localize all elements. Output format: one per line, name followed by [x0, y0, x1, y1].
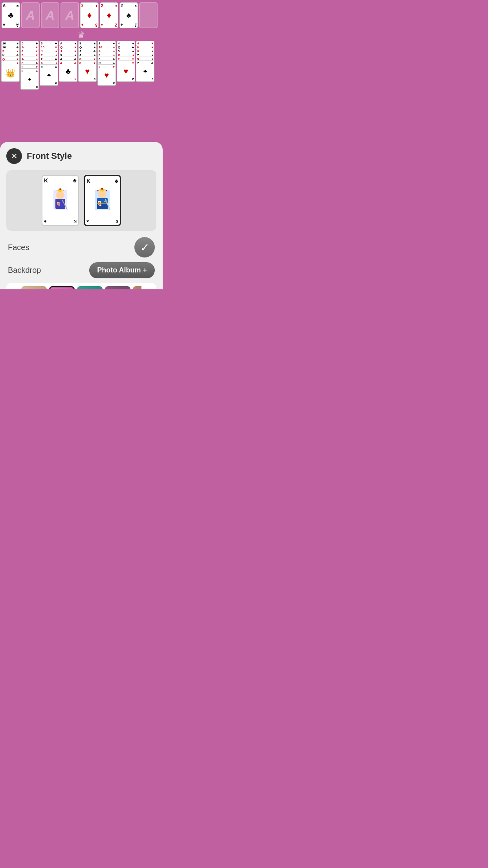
card-suit-classic: ♣	[73, 177, 77, 184]
close-icon: ✕	[11, 151, 18, 161]
table-row[interactable]: 2♥ ♥ 2	[97, 64, 116, 86]
backdrop-row: Backdrop Photo Album +	[6, 262, 156, 278]
backdrop-swatch-brown[interactable]	[133, 286, 141, 289]
faces-row: Faces ✓	[6, 237, 156, 257]
table-row[interactable]: ♦ 👑	[1, 61, 20, 82]
tableau-col-4: A♠ Q♥ J♥ 3♠ 4♣ 4♣ ♣ 4	[59, 41, 77, 90]
backdrop-label: Backdrop	[8, 266, 41, 275]
modal-overlay: ✕ Front Style K ♣	[0, 140, 163, 289]
foundation-placeholder-1: A	[21, 2, 40, 28]
table-row[interactable]: 7♣ ♣ 7	[136, 61, 154, 82]
table-row[interactable]: 9♣ ♣ 9	[40, 64, 58, 86]
card-style-classic[interactable]: K ♣	[42, 175, 79, 226]
tableau-col-3: 3♣ 10♥ J♦ 7♦ 2♣ 6♦ 9♣ ♣ 9	[40, 41, 58, 90]
card-center: ♠	[121, 8, 137, 23]
card-bottom: 2♦	[101, 23, 117, 27]
backdrop-swatch-pink[interactable]	[49, 286, 75, 289]
backdrop-swatch-teal[interactable]	[77, 286, 103, 289]
tableau-col-6: 6♠ 10♦ 4♦ 9♦ 6♣ K♠ 2♥ ♥ 2	[97, 41, 116, 90]
table-row[interactable]: 4♣ ♣ 4	[59, 61, 77, 82]
placeholder-letter: A	[46, 8, 55, 23]
tableau-col-7: 4♠ Q♣ 5♠ K♦ 7♥ ♥ ♥ 2	[117, 41, 135, 90]
foundation-placeholder-4	[139, 2, 158, 28]
faces-label: Faces	[8, 243, 29, 252]
faces-checkmark-button[interactable]: ✓	[134, 237, 155, 257]
close-button[interactable]: ✕	[6, 148, 22, 164]
svg-point-14	[106, 190, 107, 191]
card-rank-classic: K	[44, 177, 48, 184]
backdrop-swatches-container	[21, 286, 141, 289]
card-rank: A	[3, 4, 6, 8]
game-area: A ♣ ♣ A♣ A A A 3♦ ♦ 3♦	[0, 0, 163, 142]
tableau-area: 10♠ 10♣ 5♥ K♣ Q♦ ♦ 👑 5♣ A♥ 6♥ 3♥ A♦ 8♣ 9…	[0, 41, 163, 90]
tableau-col-5: 9♠ Q♠ J♣ J♠ 8♥ 8♥ ♥ 8	[78, 41, 97, 90]
foundation-card-1: A ♣ ♣ A♣	[2, 2, 20, 28]
card-style-modern[interactable]: K ♣	[84, 175, 121, 226]
card-bottom: A♣	[3, 23, 19, 27]
card-bottom: 3♦	[81, 23, 97, 27]
table-row[interactable]: 8♠ ♠ 8	[20, 68, 39, 90]
checkmark-icon: ✓	[140, 241, 149, 254]
backdrop-swatch-tan[interactable]	[21, 286, 47, 289]
card-center: ♣	[3, 8, 19, 23]
card-center: ♦	[101, 8, 117, 23]
crown-icon: ♛	[0, 29, 163, 41]
card-bottom-classic: K♣	[44, 219, 77, 224]
table-row[interactable]: 8♥ ♥ 8	[78, 61, 97, 82]
photo-album-label: Photo Album +	[97, 266, 147, 274]
backdrop-selector: ◀ ▶	[6, 283, 156, 289]
foundation-placeholder-3: A	[61, 2, 79, 28]
card-suit: ♣	[16, 4, 19, 8]
table-row[interactable]: ♥ ♥ 2	[117, 61, 135, 82]
svg-point-13	[97, 190, 99, 191]
placeholder-letter: A	[65, 8, 74, 23]
card-rank-modern: K	[86, 178, 90, 184]
modal-title: Front Style	[27, 151, 72, 161]
foundation-card-6: 2♦ ♦ 2♦	[100, 2, 118, 28]
svg-rect-16	[104, 201, 107, 202]
card-suit-modern: ♣	[115, 178, 118, 184]
tableau-col-2: 5♣ A♥ 6♥ 3♥ A♦ 8♣ 9♥ 8♠ ♠ 8	[20, 41, 39, 90]
front-style-panel: ✕ Front Style K ♣	[0, 142, 163, 289]
foundation-placeholder-2: A	[41, 2, 59, 28]
backdrop-swatch-purple[interactable]	[105, 286, 130, 289]
svg-rect-18	[97, 203, 108, 204]
card-bottom: 2♠	[121, 23, 137, 27]
card-center: ♦	[81, 8, 97, 23]
modal-header: ✕ Front Style	[6, 148, 156, 164]
card-style-selector: K ♣	[6, 170, 156, 231]
photo-album-button[interactable]: Photo Album +	[89, 262, 155, 278]
card-figure-modern	[86, 184, 118, 219]
card-bottom-modern: K♣	[86, 219, 118, 223]
placeholder-letter: A	[26, 8, 35, 23]
card-figure-classic	[44, 184, 77, 219]
svg-rect-6	[57, 202, 59, 206]
tableau-col-1: 10♠ 10♣ 5♥ K♣ Q♦ ♦ 👑	[1, 41, 20, 90]
tableau-col-8: 4♥ K♥ 8♦ 7♠ 5♦ 7♣ ♣ 7	[136, 41, 154, 90]
foundation-card-7: 2♠ ♠ 2♠	[119, 2, 138, 28]
svg-point-4	[59, 188, 61, 190]
foundation-card-5: 3♦ ♦ 3♦	[80, 2, 99, 28]
